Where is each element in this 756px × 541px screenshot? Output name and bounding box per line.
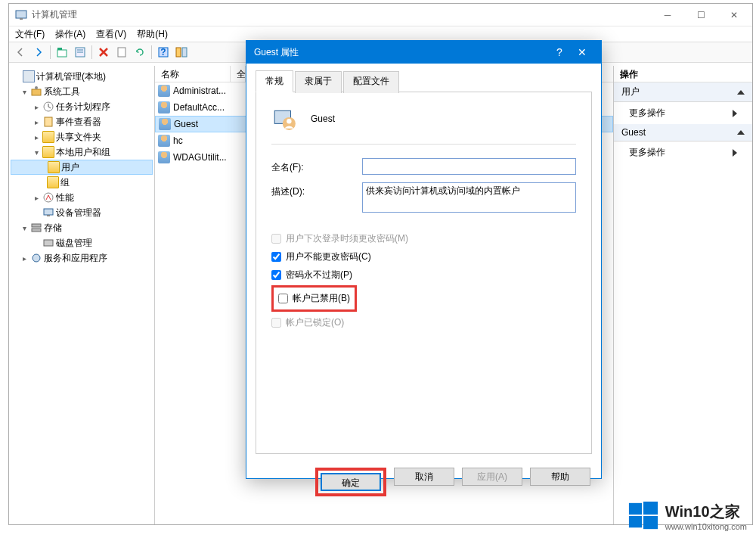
- action-section-guest[interactable]: Guest: [614, 124, 752, 141]
- menu-view[interactable]: 查看(V): [96, 28, 126, 40]
- tree-users-label: 用户: [61, 161, 79, 174]
- tree-perf[interactable]: ▸性能: [11, 190, 153, 205]
- tree-groups[interactable]: 组: [11, 175, 153, 190]
- col-name[interactable]: 名称: [155, 66, 231, 82]
- tree-services[interactable]: ▸服务和应用程序: [11, 250, 153, 266]
- dialog-help-button[interactable]: ?: [548, 46, 571, 58]
- svg-rect-21: [44, 240, 53, 246]
- tree-storage[interactable]: ▾存储: [11, 220, 153, 235]
- ok-button[interactable]: 确定: [321, 473, 381, 491]
- svg-rect-12: [32, 89, 41, 95]
- menu-help[interactable]: 帮助(H): [137, 28, 168, 40]
- svg-rect-7: [118, 48, 125, 57]
- back-button[interactable]: [12, 44, 29, 61]
- help-button[interactable]: ?: [155, 44, 172, 61]
- window-title: 计算机管理: [32, 8, 651, 21]
- cancel-button[interactable]: 取消: [394, 468, 454, 486]
- svg-text:?: ?: [160, 47, 166, 58]
- tree-users[interactable]: 用户: [11, 160, 153, 175]
- window-controls: ─ ☐ ✕: [651, 5, 751, 26]
- action-panel: 操作 用户 更多操作 Guest 更多操作: [614, 66, 752, 524]
- user-icon: [271, 106, 297, 132]
- tree-root[interactable]: 计算机管理(本地): [11, 69, 153, 84]
- svg-rect-11: [182, 48, 187, 57]
- tree-device-label: 设备管理器: [56, 207, 101, 219]
- tree-systools-label: 系统工具: [44, 86, 80, 98]
- svg-rect-0: [16, 11, 26, 18]
- tab-general[interactable]: 常规: [256, 70, 293, 92]
- check-label: 帐户已锁定(O): [286, 316, 344, 329]
- tree-root-label: 计算机管理(本地): [36, 70, 106, 83]
- label-fullname: 全名(F):: [271, 158, 362, 174]
- action-item-label: 更多操作: [629, 107, 665, 120]
- dialog-body: 常规 隶属于 配置文件 Guest 全名(F): 描述(D): 供来宾访问计算机…: [246, 64, 601, 460]
- svg-rect-26: [629, 503, 642, 515]
- titlebar: 计算机管理 ─ ☐ ✕: [9, 4, 752, 26]
- list-row-label: Administrat...: [173, 86, 226, 96]
- tree-disk[interactable]: 磁盘管理: [11, 235, 153, 250]
- checkbox-neverexpire[interactable]: [271, 270, 281, 280]
- check-label: 帐户已禁用(B): [293, 292, 350, 305]
- svg-point-13: [35, 86, 38, 89]
- checkbox-disabled[interactable]: [278, 294, 288, 303]
- description-input[interactable]: 供来宾访问计算机或访问域的内置帐户: [362, 182, 576, 213]
- highlight-disabled: 帐户已禁用(B): [271, 285, 357, 312]
- action-section-users[interactable]: 用户: [614, 82, 752, 102]
- check-cannotchange[interactable]: 用户不能更改密码(C): [271, 247, 576, 266]
- dialog-close-button[interactable]: ✕: [571, 46, 593, 58]
- svg-rect-1: [20, 18, 23, 20]
- svg-rect-17: [44, 209, 53, 215]
- col-full[interactable]: 全: [231, 66, 246, 82]
- tree-event-label: 事件查看器: [56, 116, 101, 129]
- tree-task-label: 任务计划程序: [56, 101, 110, 113]
- list-row-label: Guest: [174, 119, 198, 129]
- help-button[interactable]: 帮助: [530, 468, 590, 486]
- check-disabled[interactable]: 帐户已禁用(B): [278, 291, 350, 306]
- apply-button[interactable]: 应用(A): [462, 468, 522, 486]
- svg-rect-18: [47, 215, 50, 216]
- tree-panel: 计算机管理(本地) ▾系统工具 ▸任务计划程序 ▸事件查看器 ▸共享文件夹 ▾本…: [9, 66, 155, 524]
- windows-logo-icon: [627, 500, 659, 532]
- maximize-button[interactable]: ☐: [684, 5, 717, 26]
- checkbox-mustchange: [271, 234, 281, 244]
- tree-systools[interactable]: ▾系统工具: [11, 84, 153, 99]
- close-button[interactable]: ✕: [717, 5, 751, 26]
- action-more-users[interactable]: 更多操作: [614, 102, 752, 124]
- action-section-label: 用户: [621, 86, 640, 98]
- forward-button[interactable]: [30, 44, 47, 61]
- up-button[interactable]: [54, 44, 70, 61]
- tree-services-label: 服务和应用程序: [44, 252, 107, 265]
- action-more-guest[interactable]: 更多操作: [614, 141, 752, 163]
- menu-action[interactable]: 操作(A): [55, 28, 85, 40]
- export-button[interactable]: [113, 44, 130, 61]
- show-hide-button[interactable]: [173, 44, 190, 61]
- collapse-icon: [737, 90, 745, 95]
- tree-share-label: 共享文件夹: [56, 131, 101, 144]
- properties-button[interactable]: [72, 44, 88, 61]
- collapse-icon: [737, 130, 745, 135]
- dialog-titlebar[interactable]: Guest 属性 ? ✕: [246, 41, 601, 64]
- tree-device[interactable]: 设备管理器: [11, 205, 153, 220]
- checkbox-cannotchange[interactable]: [271, 252, 281, 262]
- check-neverexpire[interactable]: 密码永不过期(P): [271, 266, 576, 284]
- tree-event[interactable]: ▸事件查看器: [11, 114, 153, 129]
- tab-memberof[interactable]: 隶属于: [295, 71, 342, 93]
- svg-rect-2: [57, 50, 67, 57]
- tree-localusers-label: 本地用户和组: [56, 146, 110, 159]
- fullname-input[interactable]: [362, 158, 576, 175]
- refresh-button[interactable]: [132, 44, 148, 61]
- submenu-icon: [733, 110, 737, 117]
- watermark: Win10之家 www.win10xitong.com: [627, 500, 747, 532]
- svg-rect-19: [32, 224, 41, 227]
- minimize-button[interactable]: ─: [651, 5, 684, 26]
- svg-point-16: [44, 193, 53, 202]
- delete-button[interactable]: [95, 44, 112, 61]
- tree-task[interactable]: ▸任务计划程序: [11, 99, 153, 114]
- action-section-label: Guest: [621, 127, 646, 138]
- row-fullname: 全名(F):: [271, 158, 576, 175]
- menubar: 文件(F) 操作(A) 查看(V) 帮助(H): [9, 26, 752, 42]
- tree-localusers[interactable]: ▾本地用户和组: [11, 145, 153, 160]
- tab-profile[interactable]: 配置文件: [343, 71, 399, 93]
- tree-share[interactable]: ▸共享文件夹: [11, 129, 153, 145]
- menu-file[interactable]: 文件(F): [15, 28, 45, 40]
